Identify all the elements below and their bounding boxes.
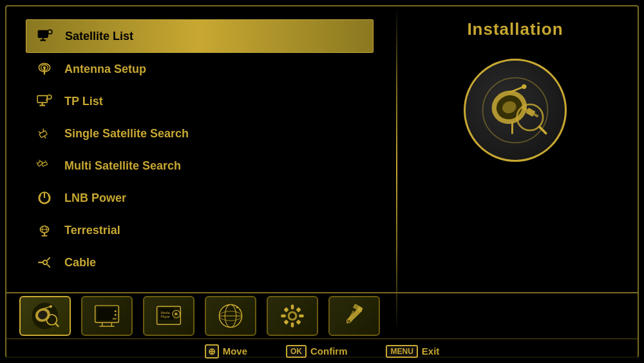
terrestrial-icon: [35, 221, 54, 240]
svg-point-52: [50, 305, 52, 308]
svg-rect-79: [291, 322, 294, 327]
menu-item-satellite-list[interactable]: Satellite List: [26, 19, 374, 53]
right-panel: Installation: [393, 6, 638, 332]
menu-item-tp-list[interactable]: TP List: [26, 85, 374, 117]
svg-point-4: [48, 30, 52, 34]
svg-rect-15: [39, 131, 48, 138]
tp-list-icon: [35, 92, 54, 111]
single-satellite-icon: [35, 124, 54, 143]
menu-item-antenna-setup[interactable]: Antenna Setup: [26, 53, 374, 85]
multi-satellite-icon: [35, 156, 54, 175]
svg-line-40: [509, 86, 524, 92]
svg-line-35: [47, 264, 50, 267]
svg-line-16: [39, 131, 41, 134]
svg-rect-62: [113, 318, 117, 320]
svg-point-13: [47, 95, 52, 99]
move-key-badge: ⊕: [205, 344, 219, 358]
svg-rect-85: [296, 319, 301, 324]
svg-point-58: [115, 314, 117, 316]
menu-label-antenna-setup: Antenna Setup: [64, 63, 146, 76]
svg-rect-78: [291, 304, 294, 309]
menu-item-multi-satellite-search[interactable]: Multi Satellite Search: [26, 150, 374, 182]
svg-rect-10: [37, 95, 47, 103]
bottom-icon-settings[interactable]: [267, 296, 318, 336]
menu-label-lnb-power: LNB Power: [64, 191, 126, 205]
main-content: Satellite List Antenna Setup TP List: [6, 6, 638, 332]
menu-label-tp-list: TP List: [64, 95, 103, 108]
svg-point-75: [240, 309, 241, 311]
svg-line-34: [47, 257, 50, 260]
svg-rect-83: [296, 307, 301, 312]
status-bar: ⊕ Move OK Confirm MENU Exit: [6, 338, 638, 363]
bottom-icon-internet[interactable]: [205, 296, 256, 336]
menu-label-terrestrial: Terrestrial: [64, 224, 120, 237]
svg-point-74: [236, 306, 238, 308]
bottom-icon-satellite[interactable]: [19, 296, 71, 336]
exit-label: Exit: [422, 346, 440, 357]
svg-point-77: [290, 313, 296, 319]
cable-icon: [35, 253, 54, 272]
svg-point-57: [115, 310, 117, 312]
icon-bar: Media Player: [6, 292, 638, 338]
installation-title: Installation: [467, 19, 563, 39]
menu-label-satellite-list: Satellite List: [65, 30, 133, 43]
move-label: Move: [223, 346, 247, 357]
svg-rect-84: [283, 319, 289, 324]
svg-rect-81: [299, 315, 303, 317]
svg-point-33: [43, 260, 48, 265]
svg-rect-80: [281, 315, 285, 317]
bottom-icon-tools[interactable]: [328, 296, 380, 336]
exit-key-badge: MENU: [386, 345, 417, 358]
menu-label-cable: Cable: [64, 256, 96, 270]
bottom-icon-tv[interactable]: [81, 296, 133, 336]
menu-list: Satellite List Antenna Setup TP List: [26, 19, 374, 279]
svg-text:Media: Media: [161, 311, 170, 315]
menu-label-single-satellite-search: Single Satellite Search: [64, 127, 189, 141]
menu-label-multi-satellite-search: Multi Satellite Search: [64, 159, 181, 173]
confirm-status: OK Confirm: [286, 345, 348, 358]
svg-rect-82: [283, 307, 289, 312]
confirm-label: Confirm: [310, 346, 348, 357]
left-panel: Satellite List Antenna Setup TP List: [6, 6, 393, 332]
svg-text:Player: Player: [161, 315, 171, 319]
svg-line-54: [55, 324, 58, 326]
confirm-key-badge: OK: [286, 345, 307, 358]
bottom-icon-media-player[interactable]: Media Player: [143, 296, 194, 336]
power-icon: [35, 188, 54, 208]
menu-item-single-satellite-search[interactable]: Single Satellite Search: [26, 117, 374, 150]
menu-item-cable[interactable]: Cable: [26, 246, 374, 279]
antenna-icon: [35, 59, 54, 79]
menu-item-lnb-power[interactable]: LNB Power: [26, 182, 374, 214]
satellite-large-icon: [464, 59, 567, 162]
move-status: ⊕ Move: [205, 344, 247, 358]
svg-line-18: [44, 136, 46, 139]
menu-item-terrestrial[interactable]: Terrestrial: [26, 214, 374, 246]
svg-point-41: [522, 84, 526, 89]
svg-rect-0: [38, 30, 48, 37]
satellite-list-icon: [35, 26, 55, 46]
exit-status: MENU Exit: [386, 345, 439, 358]
